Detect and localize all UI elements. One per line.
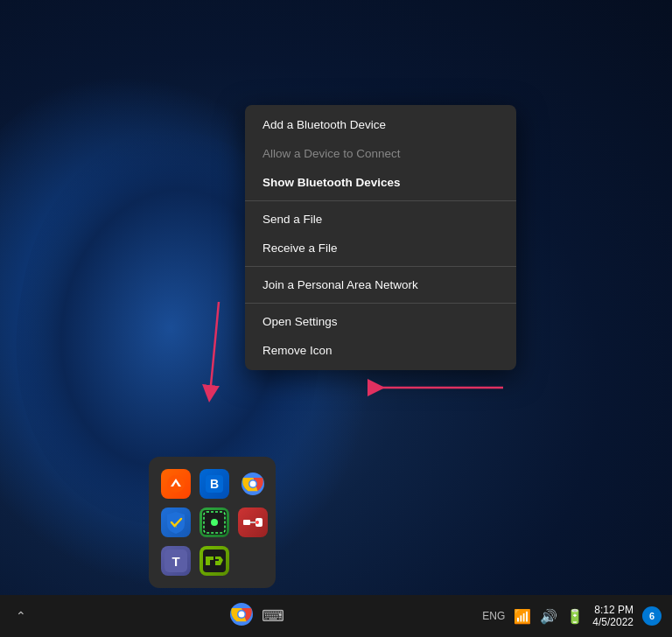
divider-1 — [245, 200, 516, 201]
notification-badge[interactable]: 6 — [642, 606, 662, 626]
taskbar-chrome-icon[interactable] — [230, 603, 253, 629]
svg-text:T: T — [172, 554, 179, 569]
svg-point-15 — [256, 521, 259, 524]
taskbar-right: ENG 📶 🔊 🔋 8:12 PM 4/5/2022 6 — [482, 604, 662, 629]
tray-icon-teams[interactable]: T — [161, 546, 191, 576]
svg-text:!: ! — [175, 522, 177, 529]
taskbar-volume-icon[interactable]: 🔊 — [540, 608, 557, 625]
taskbar: ⌃ ⌨ ENG 📶 🔊 🔋 8:12 PM 4/5/2022 6 — [0, 595, 672, 637]
menu-item-remove-icon[interactable]: Remove Icon — [245, 336, 516, 365]
tray-icon-avast[interactable] — [161, 469, 191, 499]
svg-point-7 — [250, 481, 256, 487]
taskbar-datetime[interactable]: 8:12 PM 4/5/2022 — [592, 604, 634, 629]
svg-text:B: B — [210, 477, 219, 491]
tray-icon-satellite[interactable] — [238, 508, 268, 537]
bluetooth-context-menu: Add a Bluetooth Device Allow a Device to… — [245, 105, 516, 370]
svg-rect-13 — [250, 522, 256, 523]
svg-point-1 — [167, 475, 185, 493]
menu-item-send-file[interactable]: Send a File — [245, 205, 516, 234]
tray-icon-nvidia[interactable] — [200, 546, 229, 576]
tray-icon-bluetooth[interactable]: B — [200, 469, 229, 499]
tray-icon-greenshot[interactable] — [200, 508, 229, 537]
divider-2 — [245, 266, 516, 267]
taskbar-wifi-icon[interactable]: 📶 — [514, 608, 531, 625]
tray-icon-google-chrome[interactable] — [238, 469, 268, 499]
taskbar-center: ⌨ — [230, 603, 284, 629]
menu-item-show-devices[interactable]: Show Bluetooth Devices — [245, 168, 516, 197]
menu-item-add-bluetooth[interactable]: Add a Bluetooth Device — [245, 110, 516, 139]
svg-rect-12 — [243, 520, 250, 525]
taskbar-left: ⌃ — [10, 606, 32, 626]
divider-3 — [245, 303, 516, 304]
tray-chevron-button[interactable]: ⌃ — [10, 606, 32, 626]
tray-icon-defender[interactable]: ! — [161, 508, 191, 537]
tray-overflow-popup: B ! — [149, 457, 276, 588]
menu-item-join-pan[interactable]: Join a Personal Area Network — [245, 270, 516, 299]
svg-point-11 — [211, 519, 218, 526]
svg-point-21 — [238, 612, 244, 618]
menu-item-allow-connect: Allow a Device to Connect — [245, 139, 516, 168]
taskbar-battery-icon[interactable]: 🔋 — [566, 608, 584, 625]
taskbar-keyboard-icon[interactable]: ⌨ — [262, 606, 284, 626]
taskbar-time: 8:12 PM — [594, 604, 634, 616]
taskbar-language: ENG — [482, 610, 505, 622]
menu-item-receive-file[interactable]: Receive a File — [245, 234, 516, 262]
taskbar-date: 4/5/2022 — [592, 616, 634, 628]
menu-item-open-settings[interactable]: Open Settings — [245, 307, 516, 336]
